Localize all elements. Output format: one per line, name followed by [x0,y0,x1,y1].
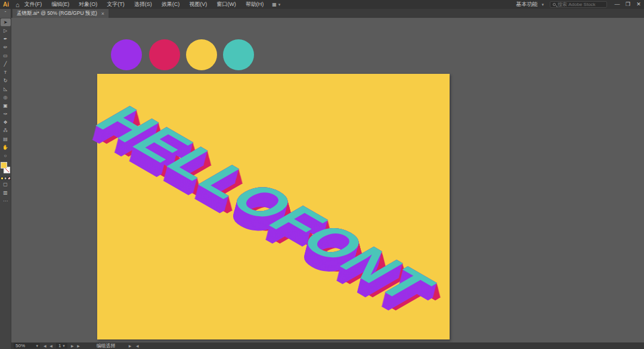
document-tab-title: 孟锦斯.ai* @ 50% (RGB/GPU 预览) [17,10,97,17]
chevron-down-icon[interactable]: ▾ [278,2,281,7]
color-mode-row [1,177,11,180]
pencil-tool[interactable]: ✏ [1,43,11,51]
document-tab-bar: ˆ 孟锦斯.ai* @ 50% (RGB/GPU 预览) × [0,9,644,18]
artboard-number-select[interactable]: 1 ▾ [56,343,67,348]
menu-bar: Ai ⌂ 文件(F) 编辑(E) 对象(O) 文字(T) 选择(S) 效果(C)… [0,0,644,9]
panel-collapse-button[interactable]: ˆ [0,9,11,18]
brush-tool[interactable]: ❖ [1,119,11,126]
artboard-nav-next[interactable]: ▶ ▶ [71,344,81,348]
color-circle-teal[interactable] [223,39,254,70]
color-mode-fill[interactable] [1,177,4,180]
draw-mode-button[interactable]: ▢ [1,180,11,188]
more-tools-button[interactable]: ⋯ [1,197,11,205]
restore-button[interactable]: ❐ [623,0,633,9]
screen-mode-button[interactable]: ▥ [1,189,11,197]
menu-edit[interactable]: 编辑(E) [47,0,74,9]
zoom-tool[interactable]: ○ [1,152,11,160]
menu-file[interactable]: 文件(F) [20,0,47,9]
color-circle-magenta[interactable] [149,39,180,70]
color-circle-yellow[interactable] [186,39,217,70]
direct-selection-tool[interactable]: ▷ [1,27,11,35]
status-bar: 50% ▾ ◀ ◀ 1 ▾ ▶ ▶ 编组选择 ▶ ◀ [11,342,644,349]
slice-tool[interactable]: ▤ [1,135,11,143]
rotate-tool[interactable]: ↻ [1,77,11,85]
minimize-button[interactable]: — [612,0,623,9]
zoom-chevron-icon: ▾ [36,344,38,348]
zoom-level-select[interactable]: 50% ▾ [14,343,40,348]
line-tool[interactable]: ╱ [1,60,11,68]
eraser-tool[interactable]: ◺ [1,85,11,93]
search-input[interactable] [558,2,605,7]
tab-close-icon[interactable]: × [101,11,104,17]
color-mode-none[interactable] [8,177,11,180]
shape-builder-tool[interactable]: ◎ [1,94,11,101]
type-tool[interactable]: T [1,68,11,76]
hellofont-3d-text[interactable]: HELLOFONT HELLOFONT HELLOFONT [83,99,465,320]
eyedropper-tool[interactable]: ✑ [1,110,11,118]
selection-tool[interactable]: ➤ [1,18,11,26]
rectangle-tool[interactable]: ▭ [1,52,11,60]
menu-type[interactable]: 文字(T) [102,0,129,9]
menu-window[interactable]: 窗口(W) [212,0,241,9]
artboard-chevron-icon: ▾ [63,344,65,348]
menu-select[interactable]: 选择(S) [129,0,157,9]
home-icon[interactable]: ⌂ [16,1,20,8]
text-face: HELLOFONT [85,99,447,308]
menu-object[interactable]: 对象(O) [74,0,102,9]
status-field-arrows[interactable]: ▶ ◀ [129,344,141,348]
illustrator-window: Ai ⌂ 文件(F) 编辑(E) 对象(O) 文字(T) 选择(S) 效果(C)… [0,0,644,349]
artboard[interactable]: HELLOFONT HELLOFONT HELLOFONT [97,74,450,339]
document-tab[interactable]: 孟锦斯.ai* @ 50% (RGB/GPU 预览) × [13,9,109,18]
color-circle-purple[interactable] [111,39,142,70]
menu-effect[interactable]: 效果(C) [157,0,185,9]
artboard-number-value: 1 [58,343,61,348]
pen-tool[interactable]: ✒ [1,35,11,43]
status-tool-label: 编组选择 [97,342,116,349]
symbol-sprayer-tool[interactable]: ⁂ [1,127,11,135]
app-logo: Ai [3,1,9,8]
menu-help[interactable]: 帮助(H) [241,0,269,9]
tools-panel: ➤ ▷ ✒ ✏ ▭ ╱ T ↻ ◺ ◎ ▣ ✑ ❖ ⁂ ▤ ✋ ○ ▢ ▥ ⋯ [0,18,11,349]
menu-view[interactable]: 视图(V) [184,0,212,9]
color-mode-gradient[interactable] [4,177,7,180]
stock-search-box[interactable] [550,1,607,8]
hand-tool[interactable]: ✋ [1,144,11,151]
fill-stroke-indicator[interactable] [1,162,11,175]
workspace-switcher[interactable]: 基本功能 [516,1,537,8]
artboard-nav-prev[interactable]: ◀ ◀ [44,344,54,348]
artboard-tool[interactable]: ▣ [1,102,11,110]
close-button[interactable]: ✕ [633,0,644,9]
fill-swatch[interactable] [1,162,7,169]
arrange-documents-icon[interactable]: ▦ [272,2,277,7]
workspace-chevron-icon[interactable]: ▾ [541,2,544,7]
search-icon [553,3,556,6]
zoom-level-value: 50% [16,343,25,348]
